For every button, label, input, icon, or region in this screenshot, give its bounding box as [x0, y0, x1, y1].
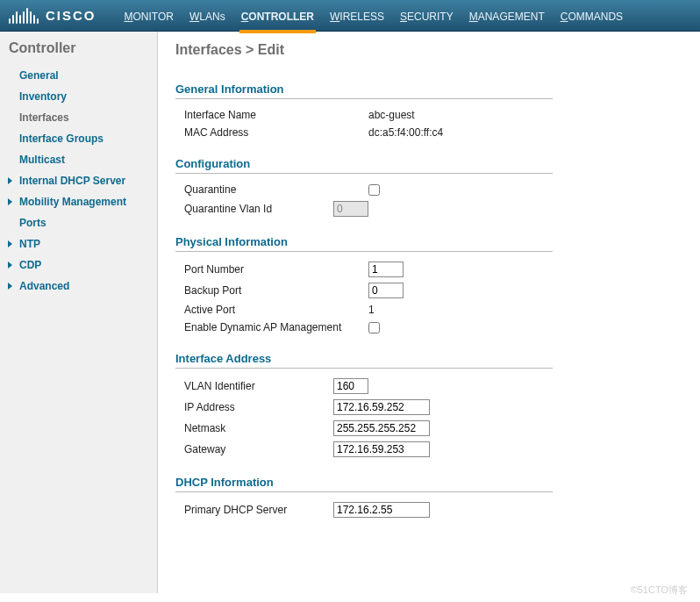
label-dynamic-ap: Enable Dynamic AP Management [184, 321, 368, 333]
label-primary-dhcp: Primary DHCP Server [184, 504, 333, 516]
cisco-bars-icon [9, 8, 39, 24]
input-ip-address[interactable] [333, 399, 430, 415]
brand-text: cisco [46, 8, 96, 23]
value-interface-name: abc-guest [368, 109, 415, 121]
sidebar-item-mobility-management[interactable]: Mobility Management [0, 191, 157, 212]
label-quarantine: Quarantine [184, 183, 368, 196]
label-vlan-id: VLAN Identifier [184, 380, 333, 392]
label-ip-address: IP Address [184, 401, 333, 413]
input-port-number[interactable] [368, 262, 404, 277]
label-backup-port: Backup Port [184, 284, 368, 297]
value-active-port: 1 [368, 304, 375, 316]
section-config-title: Configuration [175, 157, 553, 174]
tab-wireless[interactable]: WIRELESS [328, 2, 386, 30]
sidebar-title: Controller [0, 40, 157, 65]
breadcrumb: Interfaces > Edit [175, 42, 674, 58]
tab-security[interactable]: SECURITY [398, 2, 455, 30]
input-netmask[interactable] [333, 420, 430, 436]
value-mac-address: dc:a5:f4:00:ff:c4 [368, 126, 443, 139]
tab-wlans[interactable]: WLANs [188, 2, 227, 30]
sidebar-item-interface-groups[interactable]: Interface Groups [0, 128, 157, 149]
sidebar: Controller GeneralInventoryInterfacesInt… [0, 32, 158, 593]
label-quarantine-vlan: Quarantine Vlan Id [184, 203, 333, 215]
brand-logo: cisco [9, 8, 123, 24]
top-bar: cisco MONITORWLANsCONTROLLERWIRELESSSECU… [0, 0, 700, 32]
sidebar-item-internal-dhcp-server[interactable]: Internal DHCP Server [0, 170, 157, 191]
label-mac-address: MAC Address [184, 126, 368, 139]
row-active-port: Active Port 1 [175, 301, 674, 319]
row-primary-dhcp: Primary DHCP Server [175, 499, 674, 520]
sidebar-item-general[interactable]: General [0, 65, 157, 86]
input-gateway[interactable] [333, 441, 430, 457]
row-port-number: Port Number [175, 259, 674, 280]
content-area: Interfaces > Edit General Information In… [158, 32, 700, 593]
row-vlan-id: VLAN Identifier [175, 376, 674, 397]
label-netmask: Netmask [184, 422, 333, 434]
sidebar-nav: GeneralInventoryInterfacesInterface Grou… [0, 65, 157, 297]
row-quarantine: Quarantine [175, 181, 674, 198]
checkbox-dynamic-ap[interactable] [368, 322, 380, 333]
section-general-title: General Information [175, 82, 553, 99]
label-active-port: Active Port [184, 304, 368, 316]
sidebar-item-ports[interactable]: Ports [0, 212, 157, 233]
row-gateway: Gateway [175, 439, 674, 460]
row-dynamic-ap: Enable Dynamic AP Management [175, 319, 674, 336]
sidebar-item-ntp[interactable]: NTP [0, 233, 157, 254]
input-backup-port[interactable] [368, 283, 404, 298]
section-physical-title: Physical Information [175, 235, 553, 252]
input-vlan-id[interactable] [333, 378, 368, 394]
watermark: ©51CTO博客 [631, 584, 688, 593]
sidebar-item-inventory[interactable]: Inventory [0, 86, 157, 107]
sidebar-item-cdp[interactable]: CDP [0, 254, 157, 276]
row-ip-address: IP Address [175, 397, 674, 418]
row-backup-port: Backup Port [175, 280, 674, 301]
sidebar-item-advanced[interactable]: Advanced [0, 276, 157, 297]
tab-commands[interactable]: COMMANDS [559, 2, 625, 30]
row-interface-name: Interface Name abc-guest [175, 106, 674, 124]
top-nav: MONITORWLANsCONTROLLERWIRELESSSECURITYMA… [123, 0, 625, 32]
row-quarantine-vlan: Quarantine Vlan Id [175, 198, 674, 219]
tab-management[interactable]: MANAGEMENT [468, 2, 546, 30]
sidebar-item-interfaces[interactable]: Interfaces [0, 107, 157, 128]
label-interface-name: Interface Name [184, 109, 368, 121]
section-dhcp-title: DHCP Information [175, 476, 553, 492]
row-mac-address: MAC Address dc:a5:f4:00:ff:c4 [175, 124, 674, 141]
input-quarantine-vlan [333, 201, 368, 217]
label-port-number: Port Number [184, 263, 368, 276]
row-netmask: Netmask [175, 418, 674, 439]
tab-monitor[interactable]: MONITOR [123, 2, 175, 30]
checkbox-quarantine[interactable] [368, 184, 380, 196]
label-gateway: Gateway [184, 443, 333, 455]
input-primary-dhcp[interactable] [333, 502, 430, 518]
section-address-title: Interface Address [175, 352, 553, 369]
tab-controller[interactable]: CONTROLLER [239, 2, 316, 33]
sidebar-item-multicast[interactable]: Multicast [0, 149, 157, 170]
